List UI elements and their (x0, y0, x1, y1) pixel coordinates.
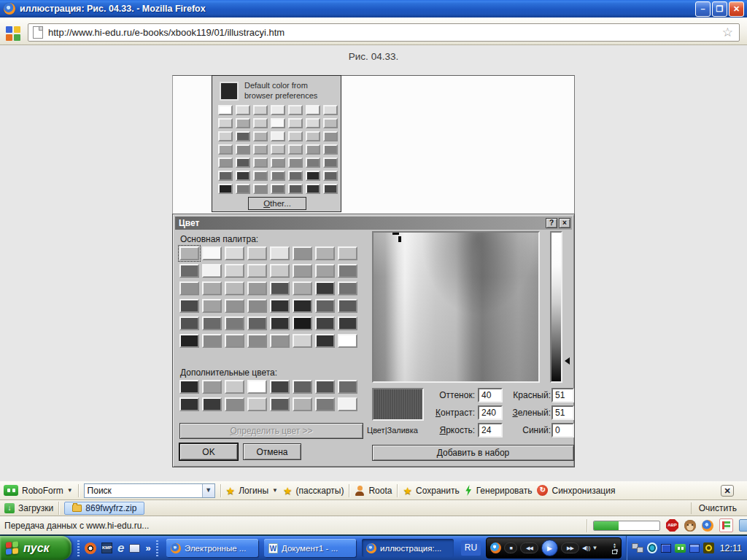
color-swatch[interactable] (338, 334, 357, 348)
color-swatch[interactable] (306, 158, 320, 168)
color-swatch[interactable] (315, 334, 335, 348)
taskbar-item-3-active[interactable]: иллюстрация:... (362, 539, 454, 557)
color-swatch[interactable] (179, 334, 199, 348)
color-swatch[interactable] (323, 118, 338, 128)
color-swatch[interactable] (315, 264, 335, 278)
color-swatch[interactable] (271, 144, 285, 155)
color-swatch[interactable] (293, 316, 312, 330)
display-tray-icon[interactable] (661, 544, 671, 553)
wireless-tray-icon[interactable] (703, 542, 714, 553)
color-swatch[interactable] (218, 131, 233, 141)
color-swatch[interactable] (236, 171, 250, 181)
kmplayer-icon[interactable]: KMP (101, 542, 112, 553)
color-swatch[interactable] (202, 299, 222, 313)
search-dropdown-button[interactable]: ▼ (202, 484, 214, 497)
taskbar-item-1[interactable]: Электронные ... (166, 539, 258, 557)
start-button[interactable]: пуск (0, 536, 71, 560)
color-swatch[interactable] (179, 380, 199, 394)
color-swatch[interactable] (253, 105, 268, 115)
window-tray-icon[interactable] (689, 544, 700, 553)
dialog-help-button[interactable]: ? (546, 218, 557, 228)
color-swatch[interactable] (247, 380, 267, 394)
download-item[interactable]: 869fwyfrz.zip (64, 502, 144, 515)
daemon-tools-tray-icon[interactable] (647, 542, 658, 553)
color-swatch[interactable] (270, 397, 290, 411)
network-tray-icon[interactable] (632, 543, 643, 553)
color-swatch[interactable] (202, 334, 222, 348)
toolbar-grip[interactable] (156, 540, 158, 556)
color-swatch[interactable] (202, 281, 222, 295)
color-swatch[interactable] (338, 397, 357, 411)
next-button[interactable]: ▶▶ (561, 542, 579, 553)
close-button[interactable]: ✕ (729, 1, 744, 17)
color-swatch[interactable] (315, 397, 335, 411)
color-swatch[interactable] (179, 397, 199, 411)
color-swatch[interactable] (179, 316, 199, 330)
add-to-custom-button[interactable]: Добавить в набор (372, 445, 574, 461)
color-swatch[interactable] (338, 281, 357, 295)
color-swatch[interactable] (225, 316, 244, 330)
color-swatch[interactable] (253, 118, 268, 128)
color-swatch[interactable] (323, 171, 338, 181)
cancel-button[interactable]: Отмена (243, 443, 301, 460)
color-swatch[interactable] (236, 105, 250, 115)
color-swatch[interactable] (306, 131, 320, 141)
color-swatch[interactable] (270, 264, 290, 278)
color-swatch[interactable] (202, 380, 222, 394)
color-swatch[interactable] (218, 144, 233, 155)
color-swatch[interactable] (338, 246, 357, 260)
save-button[interactable]: ★ Сохранить (403, 486, 459, 496)
color-swatch[interactable] (225, 334, 244, 348)
color-swatch[interactable] (288, 184, 303, 194)
quick-launch-overflow[interactable]: » (145, 542, 150, 553)
color-swatch[interactable] (225, 264, 244, 278)
bookmark-star-icon[interactable]: ☆ (722, 26, 733, 39)
color-swatch[interactable] (270, 316, 290, 330)
color-swatch[interactable] (288, 118, 303, 128)
hue-input[interactable]: 40 (478, 388, 503, 402)
volume-button[interactable]: ◀))▼ (582, 545, 597, 551)
color-swatch[interactable] (179, 299, 199, 313)
color-swatch[interactable] (323, 184, 338, 194)
color-swatch[interactable] (271, 105, 285, 115)
color-swatch[interactable] (293, 334, 312, 348)
clear-downloads-button[interactable]: Очистить (691, 502, 737, 514)
color-swatch[interactable] (306, 118, 320, 128)
color-swatch[interactable] (247, 299, 267, 313)
contrast-input[interactable]: 240 (478, 405, 503, 420)
color-swatch[interactable] (236, 144, 250, 155)
color-swatch[interactable] (236, 118, 250, 128)
color-swatch[interactable] (225, 299, 244, 313)
color-swatch[interactable] (323, 105, 338, 115)
user-button[interactable]: Roota (355, 486, 392, 496)
color-swatch[interactable] (218, 171, 233, 181)
extension-toggle-icon[interactable] (719, 518, 733, 532)
color-swatch[interactable] (271, 184, 285, 194)
internet-explorer-icon[interactable]: e (117, 542, 124, 554)
red-input[interactable]: 51 (551, 388, 574, 402)
color-swatch[interactable] (288, 131, 303, 141)
color-swatch[interactable] (306, 144, 320, 155)
color-swatch[interactable] (315, 246, 335, 260)
define-color-button[interactable]: Определить цвет >> (179, 423, 363, 439)
color-swatch[interactable] (225, 397, 244, 411)
passcards-button[interactable]: ★ (пасскарты) (283, 486, 344, 496)
color-swatch[interactable] (288, 158, 303, 168)
roboform-search-box[interactable]: Поиск ▼ (84, 483, 215, 498)
extension-icon[interactable] (739, 519, 747, 532)
color-swatch[interactable] (270, 299, 290, 313)
color-swatch[interactable] (271, 171, 285, 181)
luminance-bar[interactable] (550, 231, 562, 383)
color-swatch[interactable] (179, 246, 199, 260)
color-swatch[interactable] (253, 184, 268, 194)
extension-grid-icon[interactable] (6, 26, 21, 42)
color-swatch[interactable] (306, 184, 320, 194)
color-swatch[interactable] (315, 299, 335, 313)
downloads-button[interactable]: ↓ Загрузки (4, 503, 53, 513)
color-swatch[interactable] (218, 105, 233, 115)
green-input[interactable]: 51 (551, 405, 574, 420)
previous-button[interactable]: ◀◀ (520, 542, 538, 553)
color-swatch[interactable] (271, 131, 285, 141)
color-swatch[interactable] (236, 131, 250, 141)
color-swatch[interactable] (293, 397, 312, 411)
